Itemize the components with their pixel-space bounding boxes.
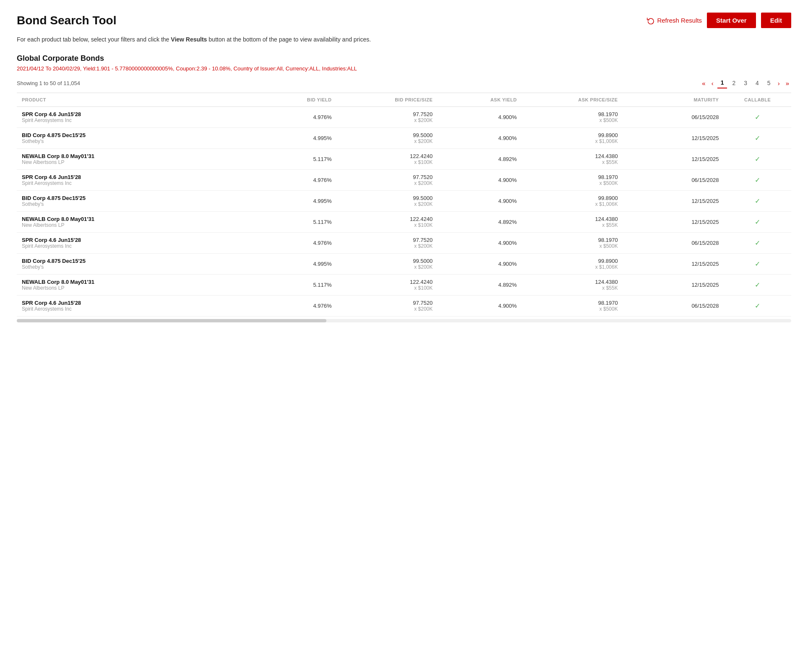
header-actions: Refresh Results Start Over Edit xyxy=(647,13,791,28)
pagination-next[interactable]: › xyxy=(776,79,782,88)
pagination-page-3[interactable]: 3 xyxy=(740,78,751,88)
cell-product-1: BID Corp 4.875 Dec15'25 Sotheby's xyxy=(17,128,253,149)
results-header: Showing 1 to 50 of 11,054 « ‹ 1 2 3 4 5 … xyxy=(17,78,791,88)
bid-size-4: x $200K xyxy=(341,201,433,207)
cell-product-6: SPR Corp 4.6 Jun15'28 Spirit Aerosystems… xyxy=(17,233,253,254)
pagination-page-5[interactable]: 5 xyxy=(764,78,774,88)
bid-price-value-4: 99.5000 xyxy=(341,195,433,201)
cell-ask-yield-0: 4.900% xyxy=(438,107,522,128)
table-row: BID Corp 4.875 Dec15'25 Sotheby's 4.995%… xyxy=(17,191,791,212)
table-row: BID Corp 4.875 Dec15'25 Sotheby's 4.995%… xyxy=(17,254,791,275)
cell-bid-price-7: 99.5000 x $200K xyxy=(336,254,438,275)
col-header-ask-price: ASK PRICE/SIZE xyxy=(522,93,623,107)
ask-size-5: x $55K xyxy=(527,222,618,228)
col-header-maturity: MATURITY xyxy=(623,93,724,107)
horizontal-scrollbar[interactable] xyxy=(17,319,791,322)
cell-maturity-4: 12/15/2025 xyxy=(623,191,724,212)
cell-maturity-9: 06/15/2028 xyxy=(623,296,724,317)
bid-price-value-9: 97.7520 xyxy=(341,300,433,306)
cell-ask-price-1: 99.8900 x $1,006K xyxy=(522,128,623,149)
cell-product-3: SPR Corp 4.6 Jun15'28 Spirit Aerosystems… xyxy=(17,170,253,191)
cell-ask-price-0: 98.1970 x $500K xyxy=(522,107,623,128)
start-over-button[interactable]: Start Over xyxy=(707,13,756,28)
callable-check-icon: ✓ xyxy=(729,134,786,142)
callable-check-icon: ✓ xyxy=(729,197,786,205)
cell-bid-yield-3: 4.976% xyxy=(253,170,337,191)
pagination-last[interactable]: » xyxy=(784,79,791,88)
cell-maturity-2: 12/15/2025 xyxy=(623,149,724,170)
product-name-3: SPR Corp 4.6 Jun15'28 xyxy=(22,174,248,180)
product-issuer-6: Spirit Aerosystems Inc xyxy=(22,243,248,249)
bid-price-value-5: 122.4240 xyxy=(341,216,433,222)
bid-price-value-2: 122.4240 xyxy=(341,153,433,159)
table-row: SPR Corp 4.6 Jun15'28 Spirit Aerosystems… xyxy=(17,296,791,317)
refresh-button[interactable]: Refresh Results xyxy=(647,17,702,24)
pagination-page-1[interactable]: 1 xyxy=(717,78,727,88)
cell-bid-yield-6: 4.976% xyxy=(253,233,337,254)
cell-bid-yield-2: 5.117% xyxy=(253,149,337,170)
table-row: NEWALB Corp 8.0 May01'31 New Albertsons … xyxy=(17,149,791,170)
product-issuer-0: Spirit Aerosystems Inc xyxy=(22,117,248,123)
bid-size-2: x $100K xyxy=(341,159,433,165)
cell-product-5: NEWALB Corp 8.0 May01'31 New Albertsons … xyxy=(17,212,253,233)
cell-ask-price-5: 124.4380 x $55K xyxy=(522,212,623,233)
callable-check-icon: ✓ xyxy=(729,260,786,268)
ask-price-value-0: 98.1970 xyxy=(527,111,618,117)
pagination-page-4[interactable]: 4 xyxy=(752,78,762,88)
cell-maturity-5: 12/15/2025 xyxy=(623,212,724,233)
cell-bid-price-9: 97.7520 x $200K xyxy=(336,296,438,317)
bid-size-5: x $100K xyxy=(341,222,433,228)
cell-ask-yield-8: 4.892% xyxy=(438,275,522,296)
bid-size-0: x $200K xyxy=(341,117,433,123)
refresh-icon xyxy=(647,17,654,24)
cell-bid-yield-7: 4.995% xyxy=(253,254,337,275)
product-issuer-5: New Albertsons LP xyxy=(22,222,248,228)
cell-ask-yield-3: 4.900% xyxy=(438,170,522,191)
product-name-6: SPR Corp 4.6 Jun15'28 xyxy=(22,237,248,243)
cell-ask-yield-7: 4.900% xyxy=(438,254,522,275)
edit-button[interactable]: Edit xyxy=(761,13,791,28)
ask-size-3: x $500K xyxy=(527,180,618,186)
product-issuer-3: Spirit Aerosystems Inc xyxy=(22,180,248,186)
cell-product-7: BID Corp 4.875 Dec15'25 Sotheby's xyxy=(17,254,253,275)
cell-ask-price-9: 98.1970 x $500K xyxy=(522,296,623,317)
cell-ask-price-4: 99.8900 x $1,006K xyxy=(522,191,623,212)
page-title: Bond Search Tool xyxy=(17,14,117,27)
ask-price-value-7: 99.8900 xyxy=(527,258,618,264)
cell-product-0: SPR Corp 4.6 Jun15'28 Spirit Aerosystems… xyxy=(17,107,253,128)
results-table-wrapper: PRODUCT BID YIELD BID PRICE/SIZE ASK YIE… xyxy=(17,93,791,322)
cell-bid-price-2: 122.4240 x $100K xyxy=(336,149,438,170)
ask-size-9: x $500K xyxy=(527,306,618,312)
pagination: « ‹ 1 2 3 4 5 › » xyxy=(700,78,791,88)
product-name-2: NEWALB Corp 8.0 May01'31 xyxy=(22,153,248,159)
scrollbar-thumb[interactable] xyxy=(17,319,326,322)
bid-price-value-3: 97.7520 xyxy=(341,174,433,180)
cell-callable-3: ✓ xyxy=(724,170,791,191)
cell-ask-price-3: 98.1970 x $500K xyxy=(522,170,623,191)
product-name-4: BID Corp 4.875 Dec15'25 xyxy=(22,195,248,201)
ask-price-value-2: 124.4380 xyxy=(527,153,618,159)
pagination-page-2[interactable]: 2 xyxy=(729,78,739,88)
cell-callable-0: ✓ xyxy=(724,107,791,128)
cell-callable-8: ✓ xyxy=(724,275,791,296)
section-title: Global Corporate Bonds xyxy=(17,54,791,63)
col-header-bid-price: BID PRICE/SIZE xyxy=(336,93,438,107)
ask-price-value-4: 99.8900 xyxy=(527,195,618,201)
cell-maturity-0: 06/15/2028 xyxy=(623,107,724,128)
ask-size-1: x $1,006K xyxy=(527,138,618,144)
bid-price-value-8: 122.4240 xyxy=(341,279,433,285)
table-row: SPR Corp 4.6 Jun15'28 Spirit Aerosystems… xyxy=(17,170,791,191)
pagination-prev[interactable]: ‹ xyxy=(709,79,716,88)
table-row: SPR Corp 4.6 Jun15'28 Spirit Aerosystems… xyxy=(17,233,791,254)
cell-ask-yield-2: 4.892% xyxy=(438,149,522,170)
col-header-product: PRODUCT xyxy=(17,93,253,107)
pagination-first[interactable]: « xyxy=(700,79,707,88)
col-header-callable: CALLABLE xyxy=(724,93,791,107)
ask-price-value-9: 98.1970 xyxy=(527,300,618,306)
product-name-8: NEWALB Corp 8.0 May01'31 xyxy=(22,279,248,285)
cell-bid-yield-8: 5.117% xyxy=(253,275,337,296)
table-row: NEWALB Corp 8.0 May01'31 New Albertsons … xyxy=(17,212,791,233)
product-issuer-1: Sotheby's xyxy=(22,138,248,144)
bid-size-9: x $200K xyxy=(341,306,433,312)
bid-price-value-1: 99.5000 xyxy=(341,132,433,138)
